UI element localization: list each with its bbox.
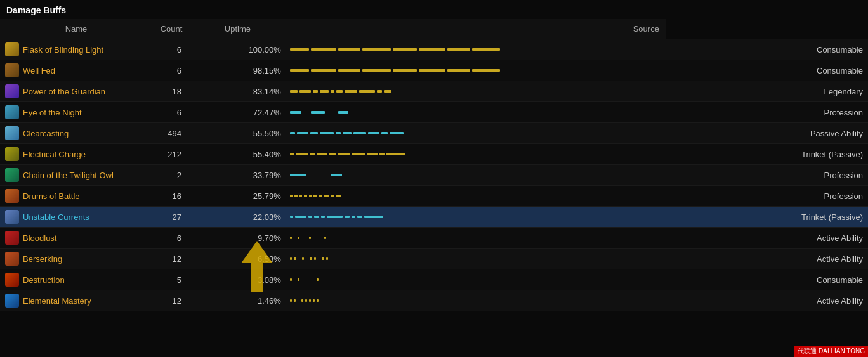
buff-name: Flask of Blinding Light <box>23 45 103 55</box>
uptime-bars <box>285 102 666 123</box>
uptime-percent: 6.53% <box>190 249 285 269</box>
buff-name: Destruction <box>23 275 65 285</box>
table-row[interactable]: Berserking126.53%Active Ability <box>0 249 868 269</box>
buff-name: Well Fed <box>23 66 55 75</box>
buff-name: Power of the Guardian <box>23 87 105 96</box>
table-row[interactable]: Well Fed698.15%Consumable <box>0 60 868 81</box>
uptime-percent: 55.40% <box>190 144 285 165</box>
food-icon <box>5 63 19 77</box>
table-row[interactable]: Bloodlust69.70%Active Ability <box>0 228 868 249</box>
uptime-percent: 72.47% <box>190 102 285 123</box>
flask-icon <box>5 42 19 56</box>
buff-name: Electrical Charge <box>23 150 86 159</box>
name-cell: Elemental Mastery <box>0 290 152 311</box>
count-cell: 18 <box>152 81 190 102</box>
source-cell: Profession <box>666 186 868 207</box>
name-cell: Drums of Battle <box>0 186 152 207</box>
destruction-icon <box>5 273 19 287</box>
uptime-percent: 22.03% <box>190 207 285 228</box>
table-row[interactable]: Power of the Guardian1883.14%Legendary <box>0 81 868 102</box>
table-row[interactable]: Elemental Mastery121.46%Active Ability <box>0 290 868 311</box>
count-cell: 6 <box>152 102 190 123</box>
clearcasting-icon <box>5 126 19 140</box>
source-cell: Legendary <box>666 81 868 102</box>
source-cell: Consumable <box>666 39 868 60</box>
count-cell: 6 <box>152 39 190 60</box>
uptime-percent: 100.00% <box>190 39 285 60</box>
table-header-row: Name Count Uptime Source <box>0 19 868 39</box>
uptime-bars <box>285 39 666 60</box>
count-cell: 5 <box>152 269 190 290</box>
buff-name: Elemental Mastery <box>23 296 91 306</box>
name-cell: Power of the Guardian <box>0 81 152 102</box>
name-cell: Well Fed <box>0 60 152 81</box>
source-cell: Consumable <box>666 60 868 81</box>
source-cell: Consumable <box>666 269 868 290</box>
bloodlust-icon <box>5 231 19 245</box>
uptime-percent: 55.50% <box>190 123 285 144</box>
buff-name: Chain of the Twilight Owl <box>23 171 114 180</box>
count-cell: 16 <box>152 186 190 207</box>
uptime-bars <box>285 123 666 144</box>
name-cell: Destruction <box>0 269 152 290</box>
guardian-icon <box>5 84 19 98</box>
source-cell: Trinket (Passive) <box>666 144 868 165</box>
buff-name: Bloodlust <box>23 233 56 243</box>
count-cell: 494 <box>152 123 190 144</box>
uptime-bars <box>285 269 666 290</box>
uptime-bars <box>285 249 666 269</box>
page-title: Damage Buffs <box>0 0 868 19</box>
name-cell: Electrical Charge <box>0 144 152 165</box>
source-cell: Passive Ability <box>666 123 868 144</box>
count-cell: 2 <box>152 165 190 186</box>
count-cell: 12 <box>152 249 190 269</box>
header-source: Source <box>285 19 666 39</box>
uptime-percent: 1.46% <box>190 290 285 311</box>
table-row[interactable]: Clearcasting49455.50%Passive Ability <box>0 123 868 144</box>
uptime-percent: 25.79% <box>190 186 285 207</box>
chain-icon <box>5 168 19 182</box>
electrical-icon <box>5 147 19 161</box>
uptime-bars <box>285 60 666 81</box>
count-cell: 27 <box>152 207 190 228</box>
buff-name: Eye of the Night <box>23 108 82 117</box>
table-row[interactable]: Chain of the Twilight Owl233.79%Professi… <box>0 165 868 186</box>
count-cell: 6 <box>152 60 190 81</box>
name-cell: Eye of the Night <box>0 102 152 123</box>
table-row[interactable]: Eye of the Night672.47%Profession <box>0 102 868 123</box>
source-cell: Active Ability <box>666 249 868 269</box>
name-cell: Unstable Currents <box>0 207 152 228</box>
header-uptime: Uptime <box>190 19 285 39</box>
header-count: Count <box>152 19 190 39</box>
table-row[interactable]: Electrical Charge21255.40%Trinket (Passi… <box>0 144 868 165</box>
name-cell: Flask of Blinding Light <box>0 39 152 60</box>
source-cell: Profession <box>666 102 868 123</box>
uptime-percent: 33.79% <box>190 165 285 186</box>
buff-name: Clearcasting <box>23 129 69 138</box>
header-name: Name <box>0 19 152 39</box>
table-row[interactable]: Unstable Currents2722.03%Trinket (Passiv… <box>0 207 868 228</box>
uptime-percent: 98.15% <box>190 60 285 81</box>
table-row[interactable]: Drums of Battle1625.79%Profession <box>0 186 868 207</box>
name-cell: Berserking <box>0 249 152 269</box>
uptime-bars <box>285 144 666 165</box>
uptime-bars <box>285 186 666 207</box>
source-cell: Active Ability <box>666 228 868 249</box>
count-cell: 12 <box>152 290 190 311</box>
uptime-percent: 9.70% <box>190 228 285 249</box>
name-cell: Chain of the Twilight Owl <box>0 165 152 186</box>
eye-icon <box>5 105 19 119</box>
table-row[interactable]: Destruction53.08%Consumable <box>0 269 868 290</box>
elemental-icon <box>5 294 19 308</box>
buff-name: Drums of Battle <box>23 191 80 201</box>
table-row[interactable]: Flask of Blinding Light6100.00%Consumabl… <box>0 39 868 60</box>
name-cell: Clearcasting <box>0 123 152 144</box>
uptime-bars <box>285 228 666 249</box>
damage-buffs-table: Name Count Uptime Source Flask of Blindi… <box>0 19 868 311</box>
drums-icon <box>5 189 19 203</box>
uptime-bars <box>285 165 666 186</box>
unstable-icon <box>5 210 19 224</box>
uptime-bars <box>285 290 666 311</box>
uptime-bars <box>285 81 666 102</box>
count-cell: 212 <box>152 144 190 165</box>
